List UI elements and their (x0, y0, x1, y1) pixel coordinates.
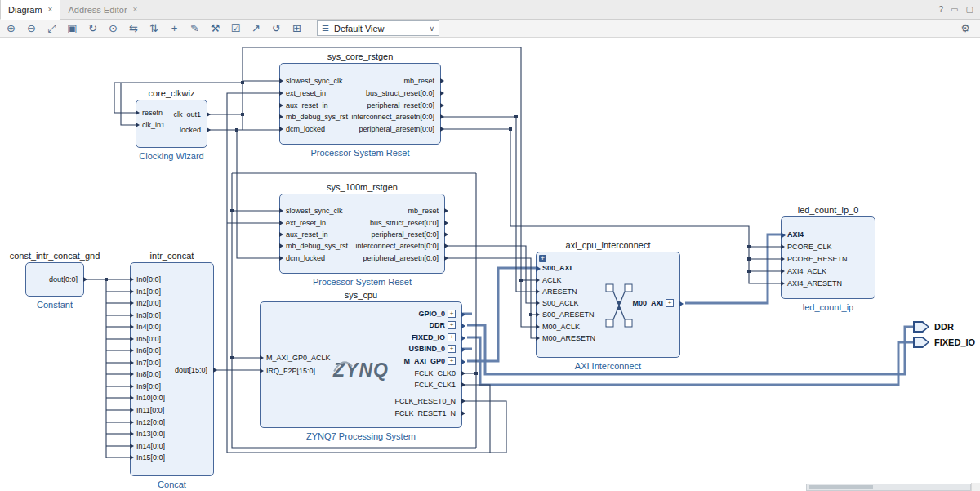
port-M_AXI_GP0_ACLK[interactable]: M_AXI_GP0_ACLK (266, 354, 331, 363)
block-sys_100m_rstgen[interactable]: sys_100m_rstgenProcessor System Resetslo… (279, 194, 445, 274)
port-GPIO_0[interactable]: GPIO_0+ (418, 310, 456, 319)
port-FCLK_RESET0_N[interactable]: FCLK_RESET0_N (394, 397, 456, 406)
port-FCLK_CLK1[interactable]: FCLK_CLK1 (414, 381, 456, 390)
port-mb_reset[interactable]: mb_reset (403, 77, 434, 86)
port-PCORE_RESETN[interactable]: PCORE_RESETN (787, 255, 848, 264)
port-AXI4_ARESETN[interactable]: AXI4_ARESETN (787, 279, 842, 288)
port-peripheral_aresetn[0:0][interactable]: peripheral_aresetn[0:0] (363, 254, 439, 263)
block-led_count_ip_0[interactable]: led_count_ip_0led_count_ipAXI4PCORE_CLKP… (781, 216, 875, 299)
port-mb_debug_sys_rst[interactable]: mb_debug_sys_rst (286, 113, 348, 122)
scrollbar-thumb[interactable] (809, 485, 873, 489)
block-sys_core_rstgen[interactable]: sys_core_rstgenProcessor System Resetslo… (279, 63, 441, 145)
search-icon[interactable]: ⊙ (107, 20, 119, 37)
port-M_AXI_GP0[interactable]: M_AXI_GP0+ (403, 357, 456, 366)
port-In15[0:0][interactable]: In15[0:0] (136, 453, 165, 462)
external-port-icon[interactable] (913, 337, 929, 348)
port-dout[15:0][interactable]: dout[15:0] (175, 366, 207, 375)
block-sys_cpu[interactable]: sys_cpuZYNQ7 Processing SystemM_AXI_GP0_… (260, 301, 462, 428)
port-In11[0:0][interactable]: In11[0:0] (136, 406, 164, 415)
add-ip-icon[interactable]: + (168, 20, 180, 37)
maximize-icon[interactable]: ▢ (966, 5, 973, 14)
diagram-canvas[interactable]: core_clkwizClocking Wizardresetnclk_in1c… (0, 38, 980, 491)
tab-close-icon[interactable]: × (133, 5, 138, 14)
port-locked[interactable]: locked (180, 126, 201, 135)
port-peripheral_aresetn[0:0][interactable]: peripheral_aresetn[0:0] (359, 125, 434, 134)
port-In2[0:0][interactable]: In2[0:0] (136, 299, 161, 308)
port-dout[0:0][interactable]: dout[0:0] (49, 275, 78, 284)
port-DDR[interactable]: DDR+ (430, 321, 457, 330)
port-mb_debug_sys_rst[interactable]: mb_debug_sys_rst (286, 242, 348, 251)
wire[interactable] (685, 234, 781, 303)
wire[interactable] (441, 117, 536, 292)
make-connection-icon[interactable]: ✎ (189, 20, 201, 37)
tab-diagram[interactable]: Diagram × (0, 0, 60, 20)
regenerate-layout-icon[interactable]: ↻ (87, 20, 99, 37)
wire[interactable] (467, 268, 536, 361)
port-S00_ACLK[interactable]: S00_ACLK (542, 299, 579, 308)
port-M00_AXI[interactable]: M00_AXI+ (632, 299, 674, 308)
port-ext_reset_in[interactable]: ext_reset_in (286, 89, 326, 98)
zoom-in-icon[interactable]: ⊕ (5, 20, 17, 37)
wire[interactable] (467, 325, 915, 374)
block-axi_cpu_interconnect[interactable]: axi_cpu_interconnectAXI InterconnectS00_… (536, 252, 680, 358)
block-const_intr_concat_gnd[interactable]: const_intr_concat_gndConstantdout[0:0] (25, 262, 84, 297)
port-In9[0:0][interactable]: In9[0:0] (136, 382, 161, 391)
wire[interactable] (467, 337, 915, 385)
port-aux_reset_in[interactable]: aux_reset_in (286, 230, 328, 239)
port-In12[0:0][interactable]: In12[0:0] (136, 418, 165, 427)
help-icon[interactable]: ? (939, 5, 944, 14)
expand-port-icon[interactable]: + (448, 357, 456, 365)
port-In10[0:0][interactable]: In10[0:0] (136, 394, 165, 403)
view-selector[interactable]: ☰ Default View ∨ (317, 20, 439, 36)
port-In14[0:0][interactable]: In14[0:0] (136, 442, 165, 451)
block-core_clkwiz[interactable]: core_clkwizClocking Wizardresetnclk_in1c… (136, 100, 207, 148)
port-ext_reset_in[interactable]: ext_reset_in (286, 219, 326, 228)
port-dcm_locked[interactable]: dcm_locked (286, 254, 325, 263)
port-In8[0:0][interactable]: In8[0:0] (136, 370, 161, 379)
wire[interactable] (121, 83, 136, 125)
settings-gear-icon[interactable]: ⚙ (960, 22, 970, 34)
port-In13[0:0][interactable]: In13[0:0] (136, 430, 165, 439)
open-in-window-icon[interactable]: ⊞ (291, 20, 303, 37)
float-window-icon[interactable]: ▭ (951, 5, 958, 14)
expand-port-icon[interactable]: + (666, 299, 674, 307)
port-AXI4[interactable]: AXI4 (787, 230, 804, 239)
port-In1[0:0][interactable]: In1[0:0] (136, 288, 161, 297)
port-PCORE_CLK[interactable]: PCORE_CLK (787, 243, 832, 252)
port-In0[0:0][interactable]: In0[0:0] (136, 275, 161, 284)
port-ACLK[interactable]: ACLK (542, 276, 562, 285)
external-port-icon[interactable] (913, 321, 929, 333)
port-In6[0:0][interactable]: In6[0:0] (136, 346, 161, 355)
external-port-DDR[interactable]: DDR (913, 321, 954, 333)
port-mb_reset[interactable]: mb_reset (408, 207, 439, 216)
port-resetn[interactable]: resetn (142, 109, 163, 118)
port-USBIND_0[interactable]: USBIND_0+ (408, 345, 456, 354)
port-slowest_sync_clk[interactable]: slowest_sync_clk (286, 207, 343, 216)
horizontal-scrollbar[interactable] (806, 484, 971, 491)
port-bus_struct_reset[0:0][interactable]: bus_struct_reset[0:0] (370, 219, 439, 228)
port-In4[0:0][interactable]: In4[0:0] (136, 323, 161, 332)
tab-address-editor[interactable]: Address Editor × (60, 0, 145, 19)
port-bus_struct_reset[0:0][interactable]: bus_struct_reset[0:0] (366, 89, 434, 98)
port-IRQ_F2P[15:0][interactable]: IRQ_F2P[15:0] (266, 367, 315, 376)
wire[interactable] (114, 83, 136, 113)
port-AXI4_ACLK[interactable]: AXI4_ACLK (787, 267, 826, 276)
port-FCLK_CLK0[interactable]: FCLK_CLK0 (414, 369, 456, 378)
expand-port-icon[interactable]: + (448, 321, 456, 329)
external-port-FIXED_IO[interactable]: FIXED_IO (913, 337, 975, 348)
port-FIXED_IO[interactable]: FIXED_IO+ (412, 333, 456, 342)
port-In3[0:0][interactable]: In3[0:0] (136, 311, 161, 320)
expand-port-icon[interactable]: + (448, 333, 456, 341)
block-intr_concat[interactable]: intr_concatConcatIn0[0:0]In1[0:0]In2[0:0… (130, 262, 214, 476)
port-clk_out1[interactable]: clk_out1 (173, 110, 201, 119)
expand-port-icon[interactable]: + (448, 345, 456, 353)
distribute-horizontally-icon[interactable]: ⇆ (127, 20, 140, 37)
port-FCLK_RESET1_N[interactable]: FCLK_RESET1_N (394, 409, 456, 418)
run-block-automation-icon[interactable]: ⚒ (209, 20, 221, 37)
expand-port-icon[interactable]: + (448, 310, 456, 318)
port-aux_reset_in[interactable]: aux_reset_in (286, 101, 328, 110)
port-M00_ARESETN[interactable]: M00_ARESETN (542, 334, 595, 343)
port-M00_ACLK[interactable]: M00_ACLK (542, 323, 580, 332)
port-In5[0:0][interactable]: In5[0:0] (136, 335, 161, 344)
port-clk_in1[interactable]: clk_in1 (142, 121, 165, 130)
